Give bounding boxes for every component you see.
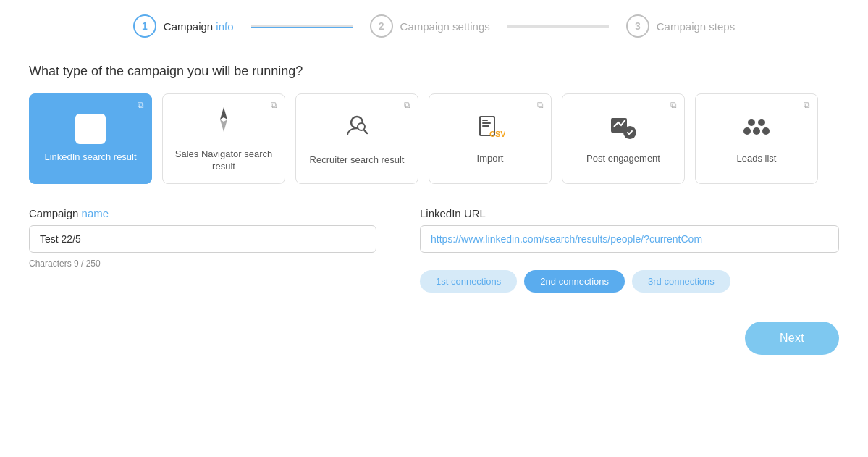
campaign-name-input[interactable] bbox=[29, 225, 376, 253]
card-navigator-label: Sales Navigator search result bbox=[170, 148, 277, 173]
external-link-icon-5: ⧉ bbox=[670, 100, 677, 110]
svg-point-19 bbox=[762, 127, 770, 135]
step-3-label: Campaign steps bbox=[657, 20, 735, 33]
external-link-icon-3: ⧉ bbox=[404, 100, 410, 110]
step-1-circle: 1 bbox=[133, 14, 156, 38]
card-sales-navigator[interactable]: ⧉ Sales Navigator search result bbox=[162, 93, 285, 184]
connection-pills: 1st connections 2nd connections 3rd conn… bbox=[420, 270, 839, 293]
campaign-name-label: Campaign name bbox=[29, 207, 376, 219]
char-count: Characters 9 / 250 bbox=[29, 259, 376, 269]
import-icon: CSV bbox=[475, 112, 505, 146]
card-import[interactable]: ⧉ CSV Import bbox=[429, 93, 552, 184]
external-link-icon-2: ⧉ bbox=[271, 100, 277, 110]
card-linkedin-search[interactable]: ⧉ in in LinkedIn search result bbox=[29, 93, 152, 184]
svg-rect-9 bbox=[482, 120, 488, 121]
external-link-icon-6: ⧉ bbox=[804, 100, 810, 110]
step-2-circle: 2 bbox=[370, 14, 393, 38]
card-recruiter-search[interactable]: ⧉ Recruiter search result bbox=[295, 93, 418, 184]
pill-1st-connections[interactable]: 1st connections bbox=[420, 270, 517, 293]
card-leads-label: Leads list bbox=[737, 153, 777, 165]
card-post-label: Post engagement bbox=[586, 153, 660, 165]
linkedin-url-input[interactable] bbox=[420, 225, 839, 253]
svg-rect-11 bbox=[482, 125, 489, 127]
svg-text:CSV: CSV bbox=[489, 130, 505, 138]
card-recruiter-label: Recruiter search result bbox=[310, 154, 405, 167]
next-button[interactable]: Next bbox=[745, 322, 839, 355]
post-engagement-icon bbox=[608, 112, 639, 146]
campaign-type-cards: ⧉ in in LinkedIn search result ⧉ bbox=[29, 93, 839, 184]
card-leads-list[interactable]: ⧉ Leads list bbox=[695, 93, 818, 184]
step-2[interactable]: 2 Campaign settings bbox=[353, 14, 507, 38]
svg-point-17 bbox=[753, 127, 760, 135]
campaign-type-question: What type of the campaign you will be ru… bbox=[29, 64, 839, 79]
svg-point-18 bbox=[743, 127, 751, 135]
svg-rect-10 bbox=[482, 122, 491, 124]
form-row: Campaign name Characters 9 / 250 LinkedI… bbox=[29, 207, 839, 293]
card-post-engagement[interactable]: ⧉ Post engagement bbox=[562, 93, 685, 184]
svg-line-6 bbox=[364, 130, 368, 133]
linkedin-logo: in in bbox=[75, 114, 106, 144]
recruiter-icon bbox=[342, 110, 372, 147]
step-1-label: Campaign info bbox=[164, 20, 234, 33]
pill-2nd-connections[interactable]: 2nd connections bbox=[524, 270, 625, 293]
campaign-name-group: Campaign name Characters 9 / 250 bbox=[29, 207, 376, 269]
svg-point-15 bbox=[748, 119, 755, 126]
card-import-label: Import bbox=[477, 153, 504, 165]
page-container: 1 Campaign info 2 Campaign settings 3 Ca… bbox=[0, 0, 868, 377]
step-2-label: Campaign settings bbox=[400, 20, 490, 33]
navigator-icon bbox=[208, 104, 239, 141]
external-link-icon-4: ⧉ bbox=[537, 100, 544, 110]
svg-text:in: in bbox=[82, 119, 98, 141]
linkedin-url-group: LinkedIn URL 1st connections 2nd connect… bbox=[420, 207, 839, 293]
step-1[interactable]: 1 Campaign info bbox=[116, 14, 251, 38]
step-3[interactable]: 3 Campaign steps bbox=[609, 14, 752, 38]
footer: Next bbox=[29, 322, 839, 355]
external-link-icon-1: ⧉ bbox=[138, 100, 144, 110]
pill-3rd-connections[interactable]: 3rd connections bbox=[632, 270, 730, 293]
leads-list-icon bbox=[741, 112, 772, 146]
card-linkedin-label: LinkedIn search result bbox=[44, 151, 136, 164]
linkedin-url-label: LinkedIn URL bbox=[420, 207, 839, 219]
step-3-circle: 3 bbox=[626, 14, 649, 38]
svg-point-16 bbox=[758, 119, 765, 126]
stepper: 1 Campaign info 2 Campaign settings 3 Ca… bbox=[29, 14, 839, 38]
